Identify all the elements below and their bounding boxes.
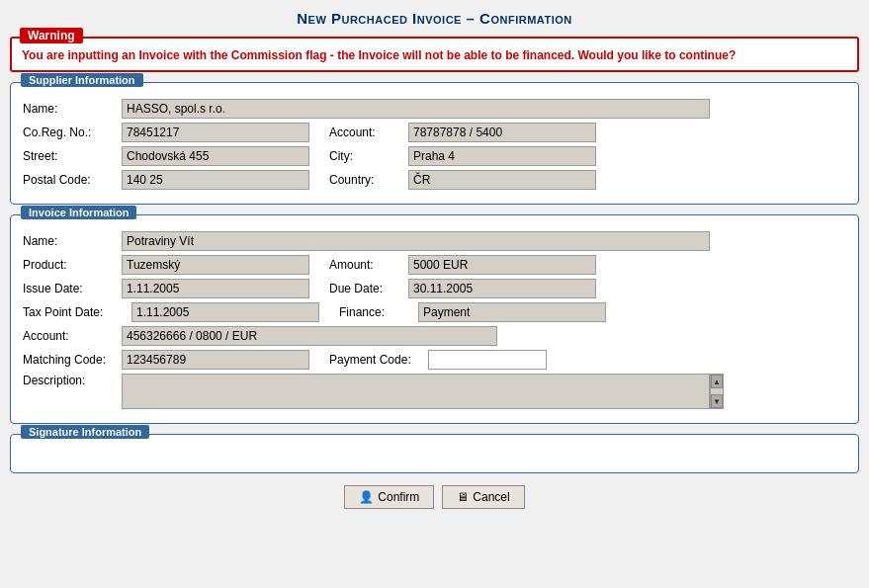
supplier-section: Supplier Information Name: HASSO, spol.s… bbox=[10, 82, 859, 205]
supplier-name-value: HASSO, spol.s r.o. bbox=[122, 99, 710, 119]
scroll-down-arrow[interactable]: ▼ bbox=[711, 394, 723, 408]
invoice-matching-row: Matching Code: 123456789 Payment Code: bbox=[23, 350, 846, 370]
invoice-section: Invoice Information Name: Potraviny Vít … bbox=[10, 214, 859, 424]
warning-badge: Warning bbox=[20, 28, 83, 43]
signature-section: Signature Information bbox=[10, 434, 859, 473]
confirm-icon: 👤 bbox=[359, 490, 374, 504]
scroll-up-arrow[interactable]: ▲ bbox=[711, 375, 723, 388]
invoice-taxpoint-value: 1.11.2005 bbox=[131, 302, 319, 322]
supplier-coreg-row: Co.Reg. No.: 78451217 Account: 78787878 … bbox=[23, 123, 846, 142]
supplier-account-label: Account: bbox=[329, 126, 408, 139]
desc-scrollbar[interactable]: ▲ ▼ bbox=[710, 374, 724, 409]
invoice-matching-value: 123456789 bbox=[122, 350, 309, 370]
invoice-product-label: Product: bbox=[23, 258, 122, 272]
invoice-finance-label: Finance: bbox=[339, 305, 418, 319]
invoice-dates-row: Issue Date: 1.11.2005 Due Date: 30.11.20… bbox=[23, 279, 846, 298]
invoice-amount-value: 5000 EUR bbox=[408, 255, 596, 275]
cancel-button[interactable]: 🖥 Cancel bbox=[442, 485, 524, 509]
invoice-name-value: Potraviny Vít bbox=[122, 231, 710, 251]
invoice-account-label: Account: bbox=[23, 329, 122, 343]
cancel-label: Cancel bbox=[473, 490, 509, 504]
confirm-button[interactable]: 👤 Confirm bbox=[344, 485, 434, 509]
supplier-account-value: 78787878 / 5400 bbox=[408, 123, 596, 142]
invoice-product-value: Tuzemský bbox=[122, 255, 309, 275]
supplier-city-label: City: bbox=[329, 149, 408, 163]
invoice-paycode-label: Payment Code: bbox=[329, 353, 428, 367]
supplier-postal-label: Postal Code: bbox=[23, 173, 122, 187]
invoice-desc-label: Description: bbox=[23, 374, 122, 387]
confirm-label: Confirm bbox=[378, 490, 419, 504]
invoice-taxpoint-label: Tax Point Date: bbox=[23, 305, 131, 319]
invoice-desc-field[interactable] bbox=[122, 374, 710, 409]
supplier-name-label: Name: bbox=[23, 102, 122, 116]
supplier-country-value: ČR bbox=[408, 170, 596, 190]
supplier-coreg-value: 78451217 bbox=[122, 123, 309, 142]
page-title: New Purchaced Invoice – Confirmation bbox=[10, 10, 859, 27]
supplier-country-label: Country: bbox=[329, 173, 408, 187]
supplier-street-label: Street: bbox=[23, 149, 122, 163]
warning-box: Warning You are inputting an Invoice wit… bbox=[10, 37, 859, 72]
supplier-coreg-label: Co.Reg. No.: bbox=[23, 126, 122, 139]
invoice-issue-value: 1.11.2005 bbox=[122, 279, 309, 298]
warning-text: You are inputting an Invoice with the Co… bbox=[22, 48, 847, 62]
supplier-street-value: Chodovská 455 bbox=[122, 146, 309, 166]
invoice-finance-value: Payment bbox=[418, 302, 606, 322]
invoice-desc-row: Description: ▲ ▼ bbox=[23, 374, 846, 409]
supplier-postal-value: 140 25 bbox=[122, 170, 309, 190]
invoice-name-label: Name: bbox=[23, 234, 122, 248]
signature-section-title: Signature Information bbox=[21, 425, 149, 439]
supplier-name-row: Name: HASSO, spol.s r.o. bbox=[23, 99, 846, 119]
invoice-amount-label: Amount: bbox=[329, 258, 408, 272]
invoice-paycode-value bbox=[428, 350, 547, 370]
invoice-section-title: Invoice Information bbox=[21, 206, 136, 219]
invoice-account-row: Account: 456326666 / 0800 / EUR bbox=[23, 326, 846, 346]
supplier-street-row: Street: Chodovská 455 City: Praha 4 bbox=[23, 146, 846, 166]
invoice-account-value: 456326666 / 0800 / EUR bbox=[122, 326, 497, 346]
invoice-name-row: Name: Potraviny Vít bbox=[23, 231, 846, 251]
invoice-issue-label: Issue Date: bbox=[23, 282, 122, 295]
supplier-postal-row: Postal Code: 140 25 Country: ČR bbox=[23, 170, 846, 190]
invoice-product-row: Product: Tuzemský Amount: 5000 EUR bbox=[23, 255, 846, 275]
invoice-matching-label: Matching Code: bbox=[23, 353, 122, 367]
invoice-due-value: 30.11.2005 bbox=[408, 279, 596, 298]
supplier-section-title: Supplier Information bbox=[21, 73, 143, 87]
invoice-taxpoint-row: Tax Point Date: 1.11.2005 Finance: Payme… bbox=[23, 302, 846, 322]
buttons-row: 👤 Confirm 🖥 Cancel bbox=[10, 485, 859, 509]
supplier-city-value: Praha 4 bbox=[408, 146, 596, 166]
invoice-due-label: Due Date: bbox=[329, 282, 408, 295]
cancel-icon: 🖥 bbox=[457, 490, 469, 504]
